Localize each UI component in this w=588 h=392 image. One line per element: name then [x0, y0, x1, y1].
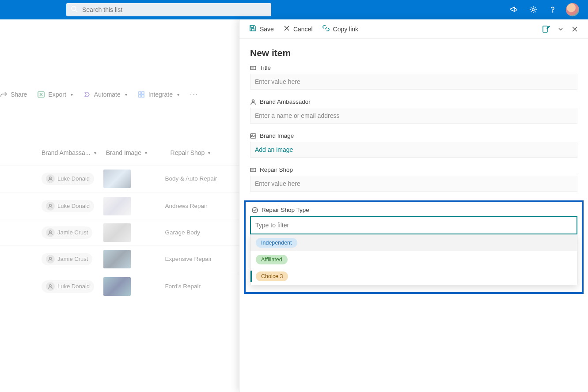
- new-item-panel: Save Cancel Copy link New i: [239, 19, 588, 392]
- repair-shop-cell: Andrews Repair: [165, 203, 239, 209]
- person-pill: Luke Donald: [42, 280, 94, 293]
- choice-filter-input[interactable]: [255, 222, 572, 229]
- chevron-down-icon: ▾: [145, 151, 147, 155]
- megaphone-icon[interactable]: [504, 0, 524, 19]
- excel-icon: [38, 91, 45, 98]
- chevron-down-icon: ▾: [125, 92, 127, 97]
- repair-shop-cell: Expensive Repair: [165, 256, 239, 262]
- copy-link-button[interactable]: Copy link: [322, 25, 359, 33]
- share-label: Share: [11, 91, 27, 98]
- export-button[interactable]: Export ▾: [38, 91, 72, 98]
- save-icon: [249, 25, 256, 33]
- chevron-down-icon: ▾: [71, 92, 73, 97]
- table-row[interactable]: Jamie Crust Expensive Repair: [0, 245, 239, 272]
- brand-image-thumbnail: [103, 277, 131, 296]
- export-label: Export: [48, 91, 66, 98]
- choice-option-choice3[interactable]: Choice 3: [250, 268, 577, 285]
- svg-point-2: [532, 9, 535, 11]
- chevron-down-icon: ▾: [177, 92, 179, 97]
- close-icon: [284, 25, 290, 33]
- person-pill: Luke Donald: [42, 200, 94, 212]
- choice-option-independent[interactable]: Independent: [250, 234, 577, 251]
- choice-icon: [252, 207, 258, 213]
- repair-shop-cell: Ford's Repair: [165, 283, 239, 290]
- search-box[interactable]: [66, 3, 271, 16]
- svg-rect-16: [543, 26, 547, 32]
- person-avatar-icon: [46, 228, 55, 237]
- column-brand-ambassador[interactable]: Brand Ambassa... ▾: [42, 149, 106, 156]
- share-icon: [0, 91, 7, 98]
- table-row[interactable]: Luke Donald Andrews Repair: [0, 192, 239, 219]
- settings-icon[interactable]: [524, 0, 543, 19]
- chevron-down-icon: ▾: [208, 151, 210, 155]
- choice-option-affiliated[interactable]: Affiliated: [250, 251, 577, 268]
- svg-rect-5: [139, 92, 141, 94]
- brand-image-thumbnail: [103, 197, 131, 215]
- table-row[interactable]: Luke Donald Ford's Repair: [0, 273, 239, 299]
- brand-image-thumbnail: [103, 223, 131, 242]
- brand-ambassador-input[interactable]: [250, 108, 577, 124]
- link-icon: [322, 25, 330, 33]
- field-title: Title: [250, 64, 577, 90]
- integrate-label: Integrate: [148, 91, 173, 98]
- search-input[interactable]: [82, 6, 267, 13]
- table-row[interactable]: Jamie Crust Garage Body: [0, 219, 239, 245]
- svg-point-21: [252, 100, 254, 102]
- choice-filter-input-wrap[interactable]: [250, 216, 577, 234]
- overflow-button[interactable]: ···: [190, 90, 198, 98]
- column-headers: Brand Ambassa... ▾ Brand Image ▾ Repair …: [0, 143, 239, 162]
- repair-shop-cell: Body & Auto Repair: [165, 175, 239, 182]
- form-edit-icon[interactable]: [542, 25, 550, 33]
- repair-shop-cell: Garage Body: [165, 229, 239, 236]
- person-avatar-icon: [46, 255, 55, 264]
- person-pill: Luke Donald: [42, 173, 94, 185]
- help-icon[interactable]: [543, 0, 562, 19]
- save-button[interactable]: Save: [249, 25, 274, 33]
- chevron-down-icon: ▾: [94, 151, 96, 155]
- panel-body: New item Title Brand Ambassador Brand Im…: [239, 39, 588, 392]
- brand-image-thumbnail: [103, 170, 131, 188]
- svg-line-1: [76, 10, 77, 12]
- title-input[interactable]: [250, 74, 577, 90]
- svg-point-10: [49, 204, 51, 206]
- svg-point-3: [552, 11, 553, 12]
- svg-rect-4: [38, 92, 44, 97]
- person-icon: [250, 99, 256, 105]
- choice-dropdown: Independent Affiliated Choice 3: [250, 234, 577, 285]
- panel-toolbar: Save Cancel Copy link: [239, 19, 588, 39]
- table-row[interactable]: Luke Donald Body & Auto Repair: [0, 165, 239, 192]
- search-icon: [71, 5, 78, 14]
- svg-point-9: [49, 177, 51, 178]
- text-field-icon: [250, 167, 256, 173]
- field-repair-shop: Repair Shop: [250, 166, 577, 192]
- svg-point-13: [49, 284, 51, 286]
- share-button[interactable]: Share: [0, 91, 27, 98]
- svg-point-11: [49, 230, 51, 232]
- automate-label: Automate: [94, 91, 121, 98]
- chevron-down-icon[interactable]: [558, 26, 563, 32]
- cancel-button[interactable]: Cancel: [284, 25, 313, 33]
- person-avatar-icon: [46, 282, 55, 291]
- text-field-icon: [250, 65, 256, 71]
- list-background: Share Export ▾ Automate ▾ Integrate ▾ ··…: [0, 19, 239, 392]
- automate-button[interactable]: Automate ▾: [83, 91, 127, 98]
- column-repair-shop[interactable]: Repair Shop ▾: [171, 149, 239, 156]
- command-bar: Share Export ▾ Automate ▾ Integrate ▾ ··…: [0, 85, 239, 104]
- integrate-icon: [138, 91, 145, 98]
- svg-point-12: [49, 257, 51, 259]
- user-avatar[interactable]: [566, 3, 579, 16]
- svg-point-0: [72, 6, 76, 11]
- automate-icon: [83, 91, 91, 98]
- field-repair-shop-type-highlight: Repair Shop Type Independent Affiliated …: [244, 200, 584, 294]
- svg-rect-7: [139, 95, 141, 97]
- panel-title: New item: [250, 48, 577, 58]
- close-panel-button[interactable]: [571, 26, 578, 33]
- repair-shop-input[interactable]: [250, 176, 577, 192]
- column-brand-image[interactable]: Brand Image ▾: [106, 149, 171, 156]
- integrate-button[interactable]: Integrate ▾: [138, 91, 179, 98]
- person-avatar-icon: [46, 174, 55, 183]
- svg-rect-6: [142, 92, 144, 94]
- field-brand-image: Brand Image Add an image: [250, 132, 577, 158]
- add-image-button[interactable]: Add an image: [255, 146, 293, 153]
- person-pill: Jamie Crust: [42, 253, 92, 265]
